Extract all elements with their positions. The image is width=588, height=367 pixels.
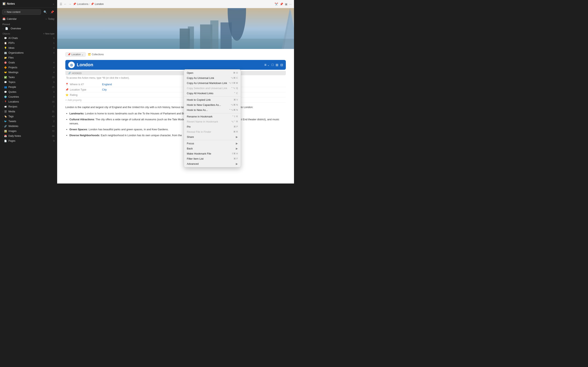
page-icon: ◎ — [68, 62, 75, 68]
sidebar-item-topics[interactable]: › 💬 Topics 9 — [0, 80, 57, 85]
menu-item-rename-in-hookmark[interactable]: Rename in Hookmark ⌃⇧ R — [184, 114, 241, 119]
sidebar-item-count: 2 — [53, 120, 54, 123]
layout-icon[interactable]: ▣ — [285, 2, 287, 6]
more-options-icon[interactable]: ··· — [289, 2, 292, 6]
add-property-button[interactable]: + Add property — [65, 99, 82, 101]
shortcut-label: ⇧⌘ H — [232, 152, 238, 155]
sidebar-item-count: 4 — [53, 61, 54, 64]
sidebar-item-label: Images — [8, 130, 16, 133]
type-value[interactable]: City — [102, 88, 107, 91]
view-icon1[interactable]: □ — [272, 63, 274, 67]
back-nav-icon[interactable]: ← — [64, 2, 67, 6]
submenu-arrow: ▶ — [236, 135, 238, 138]
breadcrumb-pin-icon: 📌 — [73, 2, 76, 6]
overview-icon: 📄 — [5, 27, 8, 30]
chevron-icon[interactable]: ⌄ — [52, 2, 54, 5]
shortcut-label: ⌥⌃ R — [231, 120, 238, 123]
sidebar-item-icon: 📁 — [4, 56, 7, 59]
forward-nav-icon[interactable]: → — [68, 2, 71, 6]
sidebar-item-pages[interactable]: › 📄 Pages 9 — [0, 138, 57, 143]
new-type-button[interactable]: + New type — [43, 33, 54, 35]
rating-label-text: Rating — [70, 93, 78, 96]
list-view-icon[interactable]: ☰ — [60, 2, 62, 6]
breadcrumb-separator: / — [89, 2, 90, 6]
sidebar-item-daily-notes[interactable]: › 📅 Daily Notes 36 — [0, 133, 57, 138]
menu-item-advanced[interactable]: Advanced ▶ — [184, 161, 241, 166]
menu-item-open[interactable]: Open ⌘ O — [184, 70, 241, 75]
svg-rect-10 — [57, 39, 294, 49]
menu-item-copy-as-universal-link[interactable]: Copy As Universal Link ⌥⌘ C — [184, 75, 241, 81]
type-badge-label: Location — [71, 53, 81, 56]
menu-item-label: Advanced — [187, 162, 199, 165]
menu-icon-group[interactable]: ≡ ⌄ — [264, 63, 270, 67]
menu-item-pin[interactable]: Pin ⌘ P — [184, 124, 241, 129]
sidebar-item-recipes[interactable]: › 🍽️ Recipes 7 — [0, 104, 57, 109]
objects-header: Objects + New type — [0, 31, 57, 36]
menu-item-copy-all-hooked-links[interactable]: Copy All Hooked Links ⌃ C — [184, 91, 241, 96]
sidebar-item-media[interactable]: › 🎬 Media 31 — [0, 109, 57, 114]
view-icon2[interactable]: ⊞ — [276, 63, 278, 67]
sidebar-item-icon: 👥 — [4, 85, 7, 89]
sidebar-item-tags[interactable]: › 🏷️ Tags 43 — [0, 114, 57, 119]
sidebar-item-files[interactable]: › 📁 Files — [0, 55, 57, 60]
menu-item-hook-to-copied-link[interactable]: Hook to Copied Link ⌘ V — [184, 97, 241, 102]
sidebar-item-chevron: › — [2, 120, 3, 123]
sidebar-item-images[interactable]: › 🖼️ Images 72 — [0, 129, 57, 133]
menu-item-share[interactable]: Share ▶ — [184, 134, 241, 140]
sidebar-item-label: Quotes — [8, 91, 16, 93]
sidebar-item-organizations[interactable]: › 🏢 Organizations 4 — [0, 50, 57, 55]
breadcrumb-parent[interactable]: Locations — [77, 2, 88, 6]
pin-button[interactable]: 📌 — [49, 9, 55, 15]
today-button[interactable]: → Today — [45, 17, 54, 20]
scissors-icon[interactable]: ✂️ — [275, 2, 278, 6]
today-label: Today — [48, 17, 54, 20]
sidebar-item-weblinks[interactable]: › 🔗 Weblinks 44 — [0, 124, 57, 129]
menu-item-back[interactable]: Back ▶ — [184, 146, 241, 151]
sidebar-item-ai-chats[interactable]: › 💬 AI Chats 6 — [0, 36, 57, 41]
sidebar-item-chevron: › — [2, 47, 3, 49]
sidebar-item-chevron: › — [2, 91, 3, 93]
page-title: London — [77, 62, 262, 67]
sidebar-item-chevron: › — [2, 130, 3, 132]
hook-icon: 🔗 — [68, 72, 71, 75]
menu-item-make-hookmark-file[interactable]: Make Hookmark File ⇧⌘ H — [184, 151, 241, 156]
sidebar-item-count: 31 — [52, 110, 54, 113]
sidebar-item-icon: ✅ — [4, 76, 7, 79]
sidebar-item-projects[interactable]: › 🔶 Projects 4 — [0, 65, 57, 70]
sidebar-item-label: Projects — [8, 66, 17, 69]
menu-item-hook-to-new-capacities-as...[interactable]: Hook to New Capacities As... ⌥⌘ N — [184, 102, 241, 108]
pin-toolbar-icon[interactable]: 📌 — [280, 2, 283, 6]
sidebar-item-locations[interactable]: › 📍 Locations 16 — [0, 99, 57, 104]
sidebar-item-goals[interactable]: › 🎯 Goals 4 — [0, 60, 57, 65]
sidebar-item-pdfs[interactable]: › 📋 PDFs 1 — [0, 41, 57, 45]
sidebar-item-meetings[interactable]: › 🤝 Meetings 4 — [0, 70, 57, 75]
menu-item-filter-item-list[interactable]: Filter Item List ⌘ F — [184, 156, 241, 161]
where-value[interactable]: England — [102, 83, 112, 86]
sidebar-item-ideas[interactable]: › 💡 Ideas 4 — [0, 45, 57, 50]
sidebar-item-icon: 🐦 — [4, 120, 7, 123]
new-content-button[interactable]: + New content — [2, 9, 41, 15]
sidebar-item-tweets[interactable]: › 🐦 Tweets 2 — [0, 119, 57, 124]
sidebar-item-chevron: › — [2, 96, 3, 98]
menu-item-hook-to-new-as...[interactable]: Hook to New As... ⌃⌥⌘ N — [184, 108, 241, 113]
collections-badge[interactable]: 🗂️ Collections — [88, 53, 104, 56]
menu-item-copy-as-universal-markdown-link[interactable]: Copy As Universal Markdown Link ⌥⇧⌘ M — [184, 81, 241, 86]
sidebar-item-people[interactable]: › 👥 People 25 — [0, 85, 57, 90]
sidebar-item-label: Topics — [8, 81, 15, 83]
menu-divider-5 — [184, 96, 241, 97]
sidebar-item-icon: 🤝 — [4, 71, 7, 74]
sidebar-item-tasks[interactable]: › ✅ Tasks 29 — [0, 75, 57, 80]
view-icon3[interactable]: ⊟ — [280, 63, 283, 67]
sidebar-item-icon: 🍽️ — [4, 105, 7, 108]
location-type-badge[interactable]: 📌 Location ⌄ — [65, 52, 86, 57]
sidebar-item-countries[interactable]: › 🌍 Countries 9 — [0, 94, 57, 99]
sidebar-item-icon: 📅 — [4, 134, 7, 138]
sidebar-item-overview[interactable]: › 📄 Overview — [0, 26, 57, 31]
sidebar-item-chevron: › — [2, 67, 3, 69]
menu-item-focus[interactable]: Focus ▶ — [184, 141, 241, 146]
search-button[interactable]: 🔍 — [42, 9, 48, 15]
sidebar-item-count: 9 — [53, 81, 54, 83]
sidebar-item-quotes[interactable]: › 💬 Quotes 4 — [0, 90, 57, 94]
shortcut-label: ⌘ F — [233, 157, 238, 160]
shortcut-label: ⌘ P — [233, 125, 238, 128]
